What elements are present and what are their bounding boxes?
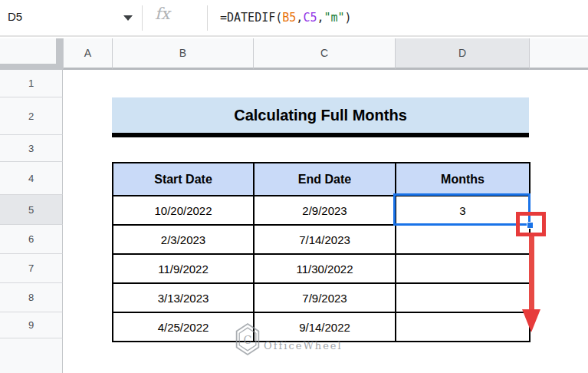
fx-icon: fx: [155, 5, 170, 23]
officewheel-logo-icon: C: [235, 323, 261, 355]
divider: [142, 5, 143, 31]
row-header-1[interactable]: 1: [0, 70, 63, 97]
cell-d9[interactable]: [396, 312, 530, 342]
header-cell-start-date[interactable]: Start Date: [113, 163, 254, 196]
table-row: 2/3/2023 7/14/2023: [113, 225, 530, 254]
cell-d6[interactable]: [396, 225, 530, 254]
divider: [207, 5, 208, 31]
row-header-9[interactable]: 9: [0, 312, 63, 338]
formula-input[interactable]: =DATEDIF(B5,C5,"m"): [220, 11, 352, 25]
table-row: 11/9/2022 11/30/2022: [113, 254, 530, 283]
row-header-7[interactable]: 7: [0, 254, 63, 283]
cell-b5[interactable]: 10/20/2022: [113, 196, 254, 225]
row-header-3[interactable]: 3: [0, 135, 63, 162]
formula-arg3: "m": [324, 11, 344, 25]
column-header-d[interactable]: D: [395, 38, 529, 70]
data-table: Start Date End Date Months 10/20/2022 2/…: [112, 162, 531, 342]
cell-b7[interactable]: 11/9/2022: [113, 254, 254, 283]
svg-text:C: C: [244, 334, 252, 346]
header-cell-end-date[interactable]: End Date: [254, 163, 396, 196]
column-header-a[interactable]: A: [63, 38, 112, 70]
column-header-e[interactable]: [529, 38, 588, 70]
drag-down-arrow: [529, 236, 534, 310]
header-cell-months[interactable]: Months: [396, 163, 530, 196]
watermark: C OfficeWheel: [235, 323, 343, 355]
column-header-c[interactable]: C: [253, 38, 395, 70]
row-header-5[interactable]: 5: [0, 195, 63, 225]
drag-down-arrow-head: [522, 309, 540, 332]
row-header-2[interactable]: 2: [0, 97, 63, 135]
cell-b6[interactable]: 2/3/2023: [113, 225, 254, 254]
table-row: 10/20/2022 2/9/2023 3: [113, 196, 530, 225]
watermark-text: OfficeWheel: [264, 340, 343, 352]
cell-b8[interactable]: 3/13/2023: [113, 283, 254, 312]
formula-arg1: B5: [282, 11, 296, 25]
spreadsheet-app: D5 fx =DATEDIF(B5,C5,"m") A B C D 1 2 3 …: [0, 0, 588, 373]
formula-function: =DATEDIF(: [220, 11, 282, 25]
column-header-b[interactable]: B: [112, 38, 253, 70]
select-all-corner[interactable]: [0, 38, 63, 70]
row-header-4[interactable]: 4: [0, 162, 63, 195]
sheet-title-banner[interactable]: Calculating Full Months: [112, 97, 529, 137]
cell-c6[interactable]: 7/14/2023: [254, 225, 396, 254]
table-header-row: Start Date End Date Months: [113, 163, 530, 196]
row-header-6[interactable]: 6: [0, 225, 63, 254]
formula-close-paren: ): [345, 11, 352, 25]
cell-c8[interactable]: 7/9/2023: [254, 283, 396, 312]
name-box[interactable]: D5: [8, 10, 22, 23]
table-row: 3/13/2023 7/9/2023: [113, 283, 530, 312]
cell-c5[interactable]: 2/9/2023: [254, 196, 396, 225]
name-box-dropdown-icon[interactable]: [123, 15, 133, 21]
cell-b9[interactable]: 4/25/2022: [113, 312, 254, 342]
fill-handle-highlight-box: [516, 212, 546, 236]
formula-bar: D5 fx =DATEDIF(B5,C5,"m"): [0, 0, 588, 37]
cell-d5-selected[interactable]: 3: [396, 196, 530, 225]
formula-arg2: C5: [303, 11, 317, 25]
cell-c7[interactable]: 11/30/2022: [254, 254, 396, 283]
cell-d7[interactable]: [396, 254, 530, 283]
row-header-10[interactable]: [0, 338, 63, 373]
row-header-8[interactable]: 8: [0, 283, 63, 312]
cell-d8[interactable]: [396, 283, 530, 312]
